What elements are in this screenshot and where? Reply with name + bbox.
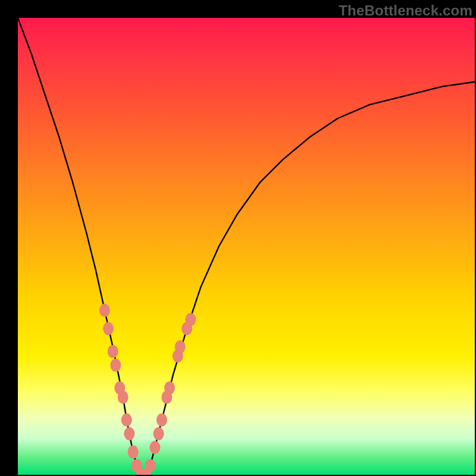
curve-marker [185, 313, 196, 326]
curve-marker [145, 459, 156, 472]
curve-marker [175, 340, 186, 353]
curve-marker [149, 441, 160, 454]
curve-marker [121, 414, 132, 427]
curve-marker [108, 345, 118, 358]
curve-marker [128, 446, 139, 459]
curve-marker [103, 322, 114, 335]
marker-group [99, 304, 196, 475]
curve-marker [110, 359, 121, 372]
curve-marker [156, 414, 167, 427]
curve-marker [124, 427, 134, 440]
curve-marker [118, 390, 129, 403]
bottleneck-curve [18, 18, 475, 475]
watermark-label: TheBottleneck.com [339, 2, 472, 19]
chart-frame: TheBottleneck.com [0, 0, 476, 476]
curve-marker [164, 381, 175, 394]
curve-marker [154, 427, 164, 440]
plot-area [18, 18, 475, 475]
curve-marker [99, 304, 110, 317]
curve-layer [18, 18, 475, 475]
